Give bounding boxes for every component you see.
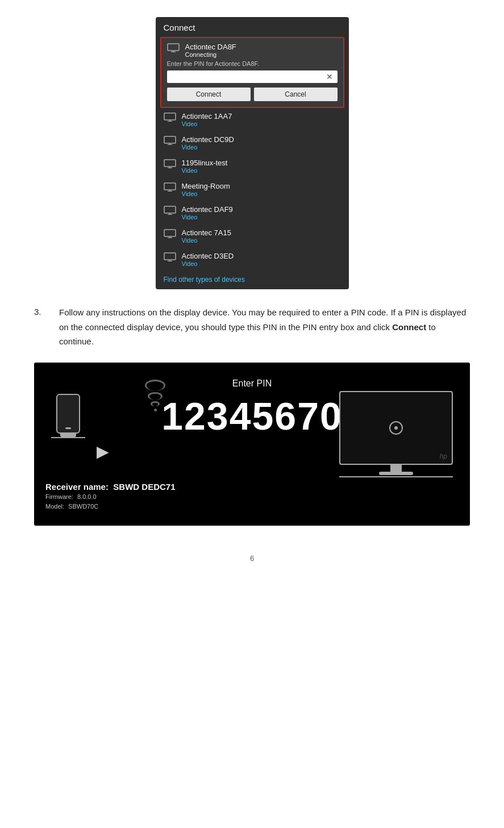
monitor-icon-3 xyxy=(164,159,176,168)
monitor-illustration: hp xyxy=(339,391,453,477)
display-panel: Enter PIN 12345670 ▶ hp Receiver name: S… xyxy=(34,363,470,526)
svg-rect-0 xyxy=(168,44,179,51)
pin-prompt-text: Enter the PIN for Actiontec DA8F. xyxy=(167,60,338,67)
phone-body xyxy=(56,394,80,434)
monitor-icon-4 xyxy=(164,182,176,192)
monitor-icon-2 xyxy=(164,136,176,145)
svg-rect-15 xyxy=(164,206,176,213)
monitor-base xyxy=(379,472,413,475)
pin-buttons-row: Connect Cancel xyxy=(167,88,338,101)
connect-dialog-screenshot: Connect Actiontec DA8F Connecting Enter … xyxy=(156,17,349,289)
hp-logo-mark: hp xyxy=(440,452,447,460)
device-row-linux[interactable]: 1195linux-test Video xyxy=(156,155,349,178)
device-row-highlighted[interactable]: Actiontec DA8F Connecting Enter the PIN … xyxy=(160,37,344,108)
device-name-linux: 1195linux-test xyxy=(182,159,228,167)
device-row-d3ed[interactable]: Actiontec D3ED Video xyxy=(156,248,349,271)
monitor-screen: hp xyxy=(339,391,453,465)
device-row-1aa7[interactable]: Actiontec 1AA7 Video xyxy=(156,108,349,131)
monitor-icon-5 xyxy=(164,206,176,215)
device-name-da8f: Actiontec DA8F xyxy=(185,43,236,51)
receiver-name-value: SBWD DEDC71 xyxy=(113,482,175,492)
monitor-icon-6 xyxy=(164,229,176,238)
svg-rect-6 xyxy=(164,136,176,143)
find-other-devices-link[interactable]: Find other types of devices xyxy=(156,271,349,286)
device-status-7a15: Video xyxy=(182,237,231,244)
receiver-name-row: Receiver name: SBWD DEDC71 xyxy=(45,482,459,492)
device-status-daf9: Video xyxy=(182,214,233,220)
device-name-1aa7: Actiontec 1AA7 xyxy=(182,112,232,120)
receiver-info-block: Receiver name: SBWD DEDC71 Firmware: 8.0… xyxy=(45,476,459,514)
instruction-step-3: 3. Follow any instructions on the displa… xyxy=(34,305,470,349)
device-name-meeting: Meeting-Room xyxy=(182,182,230,190)
phone-home-button xyxy=(65,427,71,429)
device-status-1aa7: Video xyxy=(182,120,232,127)
wifi-arc-small xyxy=(151,401,160,406)
device-row-daf9[interactable]: Actiontec DAF9 Video xyxy=(156,201,349,224)
monitor-neck xyxy=(390,465,402,472)
monitor-bottom-line xyxy=(339,476,453,477)
page-number: 6 xyxy=(34,554,470,563)
svg-rect-3 xyxy=(164,113,176,120)
device-status-dc9d: Video xyxy=(182,144,234,151)
pin-input-field[interactable] xyxy=(170,73,325,81)
step-text: Follow any instructions on the display d… xyxy=(59,305,470,349)
device-name-daf9: Actiontec DAF9 xyxy=(182,205,233,214)
device-row-dc9d[interactable]: Actiontec DC9D Video xyxy=(156,131,349,155)
circle-inner-dot xyxy=(394,426,398,430)
monitor-icon-1 xyxy=(164,113,176,122)
monitor-icon-7 xyxy=(164,252,176,261)
right-arrow-icon: ▶ xyxy=(97,442,109,461)
firmware-row: Firmware: 8.0.0.0 xyxy=(45,492,459,502)
model-row: Model: SBWD70C xyxy=(45,502,459,512)
circle-icon xyxy=(389,421,403,435)
device-status-connecting: Connecting xyxy=(185,51,236,58)
instruction-bold-word: Connect xyxy=(392,322,426,332)
device-name-7a15: Actiontec 7A15 xyxy=(182,228,231,237)
cancel-button[interactable]: Cancel xyxy=(254,88,338,101)
pin-code-display: 12345670 xyxy=(161,394,343,438)
svg-rect-9 xyxy=(164,160,176,167)
device-name-dc9d: Actiontec DC9D xyxy=(182,135,234,144)
device-name-d3ed: Actiontec D3ED xyxy=(182,252,234,260)
step-number: 3. xyxy=(34,305,50,319)
pin-input-row[interactable]: ✕ xyxy=(167,70,338,83)
device-status-d3ed: Video xyxy=(182,260,234,267)
phone-illustration xyxy=(51,394,85,438)
model-value: SBWD70C xyxy=(68,503,98,510)
pin-clear-button[interactable]: ✕ xyxy=(325,72,334,81)
wifi-arc-medium xyxy=(148,392,163,400)
enter-pin-label: Enter PIN xyxy=(232,378,272,389)
svg-rect-18 xyxy=(164,230,176,236)
connect-button[interactable]: Connect xyxy=(167,88,251,101)
monitor-icon xyxy=(167,43,180,52)
device-row-meeting[interactable]: Meeting-Room Video xyxy=(156,178,349,201)
device-row-7a15[interactable]: Actiontec 7A15 Video xyxy=(156,224,349,248)
connect-dialog-title: Connect xyxy=(156,23,349,37)
firmware-value: 8.0.0.0 xyxy=(77,493,97,500)
model-label: Model: xyxy=(45,503,64,510)
wifi-arc-dot xyxy=(154,409,157,411)
firmware-label: Firmware: xyxy=(45,493,73,500)
receiver-label: Receiver name: xyxy=(45,482,109,492)
wifi-arc-large xyxy=(145,380,165,391)
device-status-linux: Video xyxy=(182,167,228,174)
svg-rect-21 xyxy=(164,253,176,260)
svg-rect-12 xyxy=(164,183,176,190)
device-status-meeting: Video xyxy=(182,190,230,197)
